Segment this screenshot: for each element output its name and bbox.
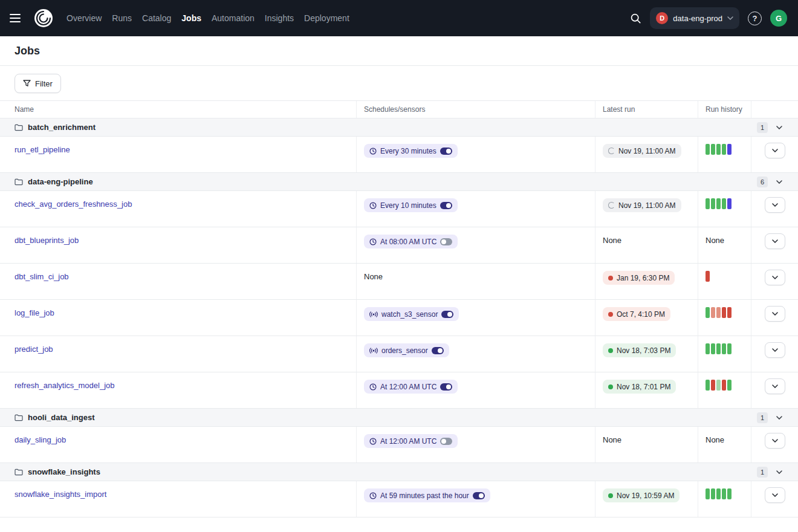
group-collapse-icon[interactable] [776,126,782,129]
job-name-link[interactable]: dbt_slim_ci_job [15,272,69,281]
schedule-toggle[interactable] [440,202,452,209]
search-icon[interactable] [630,13,641,24]
schedule-toggle[interactable] [440,438,452,445]
latest-run-pill[interactable]: Nov 19, 11:00 AM [603,144,681,158]
schedule-toggle[interactable] [473,492,485,499]
nav-runs[interactable]: Runs [112,13,132,23]
schedule-toggle[interactable] [440,383,452,391]
run-history-bar[interactable] [711,144,715,155]
run-history-bar[interactable] [722,198,726,209]
run-history-bar[interactable] [727,343,731,354]
latest-run-pill[interactable]: Nov 18, 7:03 PM [603,343,676,357]
expand-row-button[interactable] [765,233,785,249]
group-row[interactable]: batch_enrichment 1 [0,118,798,137]
latest-run-pill[interactable]: Nov 19, 10:59 AM [603,488,680,502]
run-history-bar[interactable] [727,488,731,499]
expand-row-button[interactable] [765,342,785,358]
run-history-bar[interactable] [711,380,715,391]
schedule-toggle[interactable] [440,148,452,155]
schedule-cell: Every 30 minutes [357,137,595,172]
schedule-pill[interactable]: watch_s3_sensor [364,307,459,321]
run-history-bar[interactable] [727,307,731,318]
expand-row-button[interactable] [765,270,785,285]
run-history-bar[interactable] [706,488,710,499]
status-dot-icon [608,276,613,281]
schedule-pill[interactable]: orders_sensor [364,343,449,357]
latest-run-pill[interactable]: Jan 19, 6:30 PM [603,271,675,285]
group-row[interactable]: data-eng-pipeline 6 [0,173,798,191]
expand-row-button[interactable] [765,433,785,449]
schedule-pill[interactable]: Every 30 minutes [364,144,458,158]
run-history-bar[interactable] [716,307,721,318]
run-history-bar[interactable] [722,343,726,354]
job-name-link[interactable]: predict_job [15,345,53,354]
schedule-toggle[interactable] [432,347,444,354]
nav-catalog[interactable]: Catalog [142,13,171,23]
expand-row-button[interactable] [765,487,785,503]
run-history-bar[interactable] [706,271,710,282]
clock-icon [369,383,377,391]
run-history-bar[interactable] [716,198,721,209]
dagster-logo[interactable] [33,7,54,29]
run-history-bar[interactable] [706,144,710,155]
run-history-bar[interactable] [711,198,715,209]
latest-run-pill[interactable]: Nov 19, 11:00 AM [603,198,681,212]
job-name-link[interactable]: check_avg_orders_freshness_job [15,199,132,209]
group-collapse-icon[interactable] [776,470,782,474]
expand-row-button[interactable] [765,143,785,158]
run-history-bar[interactable] [722,144,726,155]
nav-jobs[interactable]: Jobs [181,13,201,23]
schedule-label: Every 30 minutes [380,147,436,155]
run-history-bar[interactable] [716,343,721,354]
run-history-bar[interactable] [722,380,726,391]
job-name-link[interactable]: run_etl_pipeline [15,145,70,154]
nav-deployment[interactable]: Deployment [304,13,349,23]
schedule-toggle[interactable] [440,238,452,245]
run-history-bar[interactable] [716,488,721,499]
schedule-pill[interactable]: At 59 minutes past the hour [364,488,490,502]
expand-row-button[interactable] [765,306,785,322]
run-history-bar[interactable] [706,198,710,209]
latest-run-pill[interactable]: Oct 7, 4:10 PM [603,307,670,321]
help-icon[interactable]: ? [748,11,762,25]
job-name-link[interactable]: log_file_job [15,308,54,317]
run-history-bar[interactable] [727,198,731,209]
run-history-bar[interactable] [706,307,710,318]
schedule-pill[interactable]: At 12:00 AM UTC [364,434,458,448]
expand-row-button[interactable] [765,197,785,213]
menu-icon[interactable] [10,10,27,27]
group-collapse-icon[interactable] [776,416,782,420]
run-history-bar[interactable] [722,307,726,318]
run-history-bar[interactable] [727,380,731,391]
run-history-bar[interactable] [716,380,721,391]
job-name-link[interactable]: snowflake_insights_import [15,490,106,499]
schedule-pill[interactable]: At 12:00 AM UTC [364,380,458,394]
chevron-down-icon [772,312,778,316]
nav-insights[interactable]: Insights [265,13,294,23]
job-name-link[interactable]: refresh_analytics_model_job [15,381,114,390]
group-row[interactable]: snowflake_insights 1 [0,463,798,481]
expand-row-button[interactable] [765,378,785,394]
run-history-bar[interactable] [711,307,715,318]
filter-button[interactable]: Filter [15,74,61,93]
run-history-bar[interactable] [727,144,731,155]
run-history-bar[interactable] [711,488,715,499]
run-history-bar[interactable] [722,488,726,499]
nav-automation[interactable]: Automation [212,13,255,23]
status-dot-icon [608,493,613,498]
latest-run-pill[interactable]: Nov 18, 7:01 PM [603,380,676,394]
job-name-link[interactable]: daily_sling_job [15,435,66,444]
group-collapse-icon[interactable] [776,180,782,184]
deployment-selector[interactable]: D data-eng-prod [650,7,739,29]
run-history-bar[interactable] [706,380,710,391]
group-row[interactable]: hooli_data_ingest 1 [0,409,798,427]
schedule-toggle[interactable] [441,311,453,318]
schedule-pill[interactable]: At 08:00 AM UTC [364,235,458,248]
job-name-link[interactable]: dbt_blueprints_job [15,236,79,245]
run-history-bar[interactable] [706,343,710,354]
user-avatar[interactable]: G [770,10,787,27]
run-history-bar[interactable] [716,144,721,155]
nav-overview[interactable]: Overview [66,13,102,23]
schedule-pill[interactable]: Every 10 minutes [364,198,458,212]
run-history-bar[interactable] [711,343,715,354]
